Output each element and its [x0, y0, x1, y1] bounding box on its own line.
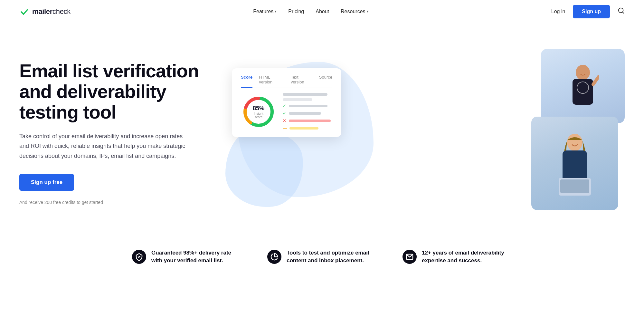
feature-text-2: 12+ years of email deliverability expert… [422, 249, 512, 265]
chevron-down-icon: ▾ [367, 9, 369, 14]
pie-chart-icon [270, 253, 278, 261]
person-top-icon [567, 60, 599, 112]
person-bottom-icon [555, 128, 594, 199]
photo-woman [531, 117, 618, 210]
features-bar: Guaranteed 98%+ delivery rate with your … [0, 236, 644, 284]
check-icon-red: ✕ [283, 118, 286, 123]
card-row-2: ✓ [283, 111, 332, 116]
card-row-4: — [283, 126, 332, 130]
logo-text: mailercheck [32, 7, 71, 16]
chevron-down-icon: ▾ [275, 9, 277, 14]
feature-item-2: 12+ years of email deliverability expert… [402, 249, 512, 265]
hero-cta-subtext: And receive 200 free credits to get star… [19, 200, 219, 205]
login-button[interactable]: Log in [551, 9, 565, 14]
nav-actions: Log in Sign up [551, 5, 625, 18]
logo[interactable]: mailercheck [19, 6, 71, 17]
card-content: 85% Insight score ✓ ✓ [241, 93, 332, 130]
tab-source[interactable]: Source [319, 75, 332, 84]
svg-point-10 [567, 134, 582, 151]
feature-icon-tools [267, 250, 281, 264]
shield-check-icon [135, 253, 143, 261]
nav-item-about[interactable]: About [316, 9, 329, 14]
feature-item-0: Guaranteed 98%+ delivery rate with your … [132, 249, 242, 265]
hero-section: Email list verification and deliverabili… [0, 23, 644, 236]
nav-item-pricing[interactable]: Pricing [288, 9, 304, 14]
person-top-visual [541, 49, 625, 123]
person-bottom-visual [531, 117, 618, 210]
hero-cta-button[interactable]: Sign up free [19, 174, 74, 191]
card-row-1: ✓ [283, 103, 332, 108]
check-icon-green: ✓ [283, 103, 286, 108]
nav-item-resources[interactable]: Resources ▾ [341, 9, 368, 14]
svg-point-6 [576, 65, 590, 80]
line-bar-1 [289, 105, 327, 107]
hero-description: Take control of your email deliverabilit… [19, 131, 187, 161]
search-button[interactable] [618, 7, 625, 16]
line-bar-4 [289, 127, 318, 130]
feature-icon-expertise [402, 250, 417, 264]
envelope-icon [406, 253, 413, 261]
dashboard-card: Score HTML version Text version Source [232, 68, 341, 137]
svg-rect-13 [560, 179, 589, 193]
feature-icon-delivery [132, 250, 146, 264]
donut-percent: 85% [250, 105, 268, 112]
search-icon [618, 7, 625, 14]
signup-button[interactable]: Sign up [573, 5, 610, 18]
hero-title: Email list verification and deliverabili… [19, 61, 219, 122]
card-line-2 [283, 98, 312, 101]
card-lines: ✓ ✓ ✕ — [283, 93, 332, 130]
tab-text-version[interactable]: Text version [291, 75, 313, 84]
tab-score[interactable]: Score [241, 75, 252, 88]
svg-rect-7 [573, 79, 593, 105]
hero-right: Score HTML version Text version Source [219, 49, 625, 217]
card-tabs: Score HTML version Text version Source [241, 75, 332, 88]
line-bar-3 [289, 120, 331, 122]
check-icon-green-2: ✓ [283, 111, 286, 116]
photo-man [541, 49, 625, 123]
donut-sub: Insight score [250, 112, 268, 119]
nav-links: Features ▾ Pricing About Resources ▾ [253, 9, 368, 14]
feature-text-0: Guaranteed 98%+ delivery rate with your … [151, 249, 242, 265]
svg-line-1 [622, 12, 624, 13]
tab-html-version[interactable]: HTML version [259, 75, 284, 84]
logo-icon [19, 6, 30, 17]
nav-item-features[interactable]: Features ▾ [253, 9, 277, 14]
line-bar-2 [289, 112, 321, 115]
feature-item-1: Tools to test and optimize email content… [267, 249, 377, 265]
svg-line-9 [593, 76, 599, 84]
hero-left: Email list verification and deliverabili… [19, 61, 219, 205]
donut-chart: 85% Insight score [241, 94, 276, 130]
check-icon-yellow: — [283, 126, 287, 130]
card-line-1 [283, 93, 327, 96]
feature-text-1: Tools to test and optimize email content… [287, 249, 377, 265]
blob-background-2 [225, 130, 303, 207]
donut-label: 85% Insight score [250, 105, 268, 119]
navbar: mailercheck Features ▾ Pricing About Res… [0, 0, 644, 23]
card-row-3: ✕ [283, 118, 332, 123]
